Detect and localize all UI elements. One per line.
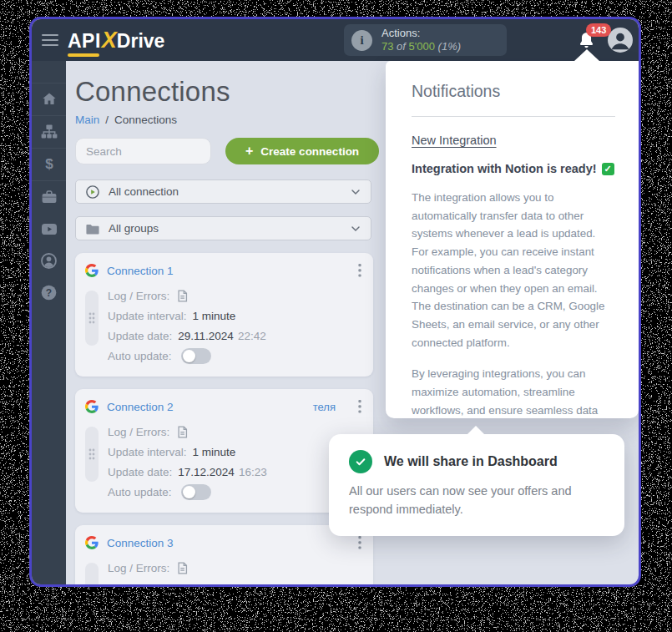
sidebar-item-home[interactable] <box>32 83 66 115</box>
toast: We will share in Dashboard All our users… <box>329 434 624 536</box>
plus-icon: + <box>245 144 253 158</box>
log-errors-label: Log / Errors: <box>108 562 169 574</box>
chevron-down-icon <box>349 222 362 235</box>
toast-title: We will share in Dashboard <box>384 454 558 469</box>
home-icon <box>41 91 58 108</box>
drag-handle[interactable] <box>85 291 99 346</box>
notifications-title: Notifications <box>412 82 615 101</box>
sidebar-item-billing[interactable]: $ <box>32 148 66 180</box>
document-icon[interactable] <box>175 561 189 575</box>
connection-title[interactable]: Connection 1 <box>107 265 174 277</box>
account-icon <box>40 252 58 270</box>
update-interval-row: Update interval: 1 minute <box>108 442 362 462</box>
notifications-bell-button[interactable]: 143 <box>577 31 596 50</box>
auto-update-row: Auto update: <box>108 482 362 502</box>
google-icon <box>85 536 99 549</box>
sidebar-item-videos[interactable] <box>32 213 66 245</box>
toast-body: All our users can now see your offers an… <box>349 482 604 519</box>
help-icon: ? <box>40 284 58 301</box>
auto-update-row: Auto update: <box>108 346 362 366</box>
update-date-row: Update date: 29.11.2024 22:42 <box>108 326 362 346</box>
notification-heading: Integration with Notion is ready! ✓ <box>412 162 615 175</box>
auto-update-label: Auto update: <box>108 350 172 362</box>
sidebar-item-account[interactable] <box>32 245 66 276</box>
auto-update-toggle[interactable] <box>181 484 211 500</box>
update-time-value: 22:42 <box>238 330 266 342</box>
notification-heading-text: Integration with Notion is ready! <box>412 162 597 175</box>
youtube-icon <box>41 220 58 237</box>
user-icon <box>608 28 633 53</box>
app-logo[interactable]: APIXDrive <box>68 28 164 53</box>
update-time-value: 16:23 <box>239 466 267 478</box>
connection-card: Connection 3 Log / Errors: <box>75 525 373 587</box>
kebab-menu-icon[interactable] <box>357 535 362 550</box>
update-interval-row: Update interval: 1 minute <box>108 306 362 326</box>
notifications-panel-arrow <box>574 49 599 61</box>
card-header: Connection 3 <box>85 535 362 550</box>
drag-handle[interactable] <box>85 563 99 587</box>
update-date-label: Update date: <box>108 466 172 478</box>
drag-handle[interactable] <box>85 427 99 482</box>
card-body: Log / Errors: Update interval: 1 minute … <box>85 286 362 366</box>
notification-count-badge: 143 <box>586 23 611 37</box>
kebab-menu-icon[interactable] <box>357 399 362 414</box>
notification-paragraph: By leveraging integrations, you can maxi… <box>412 365 615 418</box>
google-icon <box>85 400 99 413</box>
dollar-icon: $ <box>41 156 58 173</box>
actions-counter: i Actions: 73 of 5'000 (1%) <box>344 24 507 56</box>
update-interval-value: 1 minute <box>193 446 236 458</box>
auto-update-toggle[interactable] <box>181 348 211 364</box>
log-errors-row: Log / Errors: <box>108 558 362 578</box>
actions-percent: (1%) <box>438 40 461 53</box>
info-icon: i <box>351 30 372 51</box>
create-connection-label: Create connection <box>260 145 359 158</box>
check-emoji-icon: ✓ <box>602 163 614 175</box>
update-interval-row: Update interval: 1 minute <box>108 578 362 587</box>
document-icon[interactable] <box>175 425 189 439</box>
actions-used: 73 <box>381 40 393 53</box>
chevron-down-icon <box>349 185 362 199</box>
sidebar: $ ? <box>32 61 66 584</box>
sitemap-icon <box>41 124 58 140</box>
success-check-icon <box>349 450 372 473</box>
log-errors-label: Log / Errors: <box>108 290 169 302</box>
update-date-label: Update date: <box>108 330 172 342</box>
create-connection-button[interactable]: + Create connection <box>225 138 379 164</box>
card-body: Log / Errors: Update interval: 1 minute <box>85 558 362 587</box>
logo-api: API <box>68 30 101 53</box>
groups-filter-label: All groups <box>109 222 159 235</box>
new-integration-link[interactable]: New Integration <box>412 134 497 147</box>
document-icon[interactable] <box>175 289 189 303</box>
avatar[interactable] <box>608 28 633 53</box>
log-errors-row: Log / Errors: <box>108 422 362 442</box>
breadcrumb-main-link[interactable]: Main <box>75 114 99 126</box>
kebab-menu-icon[interactable] <box>357 263 362 278</box>
update-interval-value: 1 minute <box>193 582 236 588</box>
sidebar-item-services[interactable] <box>32 180 66 213</box>
actions-text: Actions: 73 of 5'000 (1%) <box>381 27 461 53</box>
search-input[interactable] <box>75 138 211 164</box>
connection-title[interactable]: Connection 2 <box>107 401 174 413</box>
breadcrumb-separator: / <box>105 114 109 126</box>
sidebar-item-help[interactable]: ? <box>32 276 66 308</box>
update-interval-value: 1 minute <box>193 310 236 322</box>
svg-text:?: ? <box>46 286 52 298</box>
hamburger-menu-icon[interactable] <box>42 34 58 47</box>
connection-title[interactable]: Connection 3 <box>107 537 174 549</box>
connection-filter-dropdown[interactable]: All connection <box>75 179 371 204</box>
divider <box>412 116 615 117</box>
briefcase-icon <box>41 189 58 205</box>
connection-group-tag[interactable]: теля <box>313 401 336 413</box>
app-window: APIXDrive i Actions: 73 of 5'000 (1%) 14… <box>29 17 641 587</box>
update-interval-label: Update interval: <box>108 310 187 322</box>
card-header: Connection 1 <box>85 263 362 278</box>
actions-of: of <box>397 40 406 53</box>
groups-filter-dropdown[interactable]: All groups <box>75 216 371 240</box>
toast-header: We will share in Dashboard <box>349 450 604 473</box>
google-icon <box>85 264 99 277</box>
auto-update-label: Auto update: <box>108 486 172 498</box>
card-header: Connection 2 теля <box>85 399 362 414</box>
toast-arrow <box>467 426 485 435</box>
update-interval-label: Update interval: <box>108 582 187 588</box>
sidebar-item-connections[interactable] <box>32 115 66 148</box>
